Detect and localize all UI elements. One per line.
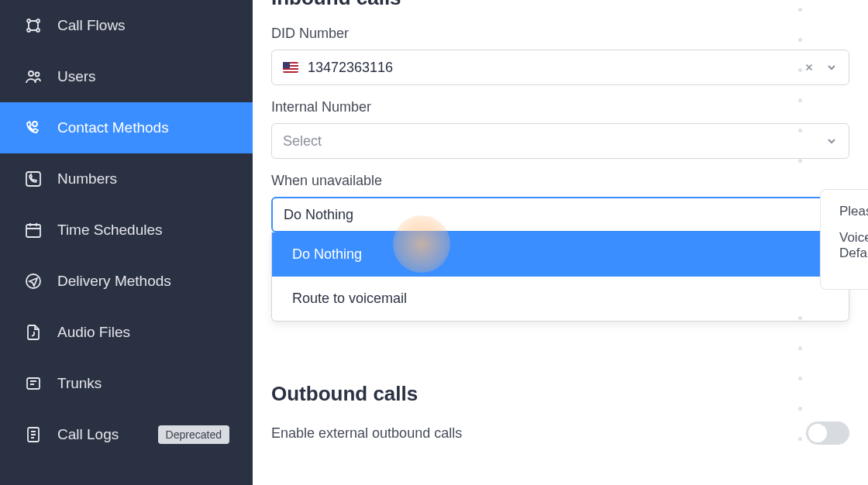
numbers-icon [23,169,43,189]
sidebar-item-label: Trunks [57,375,102,392]
trunks-icon [23,373,43,394]
sidebar-item-call-logs[interactable]: Call Logs Deprecated [0,409,253,460]
svg-rect-7 [26,172,40,186]
us-flag-icon [283,62,298,73]
svg-point-1 [36,19,40,22]
sidebar-item-label: Delivery Methods [57,273,171,290]
tooltip-line: Defau [839,246,868,261]
svg-rect-10 [27,378,40,389]
sidebar-item-label: Time Schedules [57,222,163,239]
sidebar-item-label: Users [57,68,96,85]
internal-number-label: Internal Number [271,99,849,115]
audio-file-icon [23,322,43,342]
internal-number-placeholder: Select [283,133,322,150]
sidebar-item-trunks[interactable]: Trunks [0,358,253,409]
option-route-voicemail[interactable]: Route to voicemail [272,277,849,321]
tooltip-line: Please [839,204,868,219]
chevron-down-icon[interactable] [825,135,838,147]
sidebar-item-contact-methods[interactable]: Contact Methods [0,102,253,153]
main-content: Inbound calls DID Number 13472363116 Int… [253,0,868,485]
sidebar-item-label: Audio Files [57,324,130,341]
sidebar-item-audio-files[interactable]: Audio Files [0,307,253,358]
when-unavailable-label: When unavailable [271,173,849,189]
contact-methods-icon [23,118,43,138]
when-unavailable-value: Do Nothing [284,207,353,223]
svg-point-2 [27,29,30,32]
svg-point-3 [36,29,40,32]
outbound-toggle[interactable] [806,421,849,445]
sidebar-item-delivery-methods[interactable]: Delivery Methods [0,256,253,307]
sidebar-item-numbers[interactable]: Numbers [0,153,253,205]
logs-icon [23,425,43,445]
svg-point-6 [33,122,37,126]
did-number-label: DID Number [271,26,849,42]
internal-number-select[interactable]: Select [271,123,849,159]
did-number-value: 13472363116 [308,60,393,76]
clear-icon[interactable] [804,62,815,73]
tooltip-line: Voice [839,230,868,246]
sidebar-item-label: Numbers [57,170,117,187]
option-do-nothing[interactable]: Do Nothing [272,232,849,277]
help-tooltip: Please Voice Defau [820,189,868,290]
inbound-calls-title: Inbound calls [271,0,849,10]
outbound-calls-title: Outbound calls [271,382,849,406]
sidebar-item-time-schedules[interactable]: Time Schedules [0,205,253,256]
users-icon [23,67,43,87]
chevron-down-icon[interactable] [825,61,838,74]
svg-point-0 [27,19,30,22]
send-icon [23,271,43,291]
did-number-select[interactable]: 13472363116 [271,50,849,85]
sidebar-item-label: Call Logs [57,426,119,443]
decorative-dots [798,8,802,485]
when-unavailable-select[interactable]: Do Nothing [271,197,849,232]
calendar-icon [23,220,43,240]
deprecated-badge: Deprecated [158,425,229,444]
sidebar-item-label: Contact Methods [57,119,169,136]
sidebar-item-label: Call Flows [57,17,126,34]
outbound-toggle-label: Enable external outbound calls [271,425,462,442]
sidebar-item-call-flows[interactable]: Call Flows [0,0,253,51]
svg-point-4 [29,71,33,76]
when-unavailable-dropdown: Do Nothing Route to voicemail [271,232,849,322]
flow-icon [23,15,43,36]
svg-rect-8 [26,225,40,237]
sidebar-item-users[interactable]: Users [0,51,253,102]
svg-point-5 [36,73,40,77]
sidebar: Call Flows Users Contact Methods Numbers… [0,0,253,485]
